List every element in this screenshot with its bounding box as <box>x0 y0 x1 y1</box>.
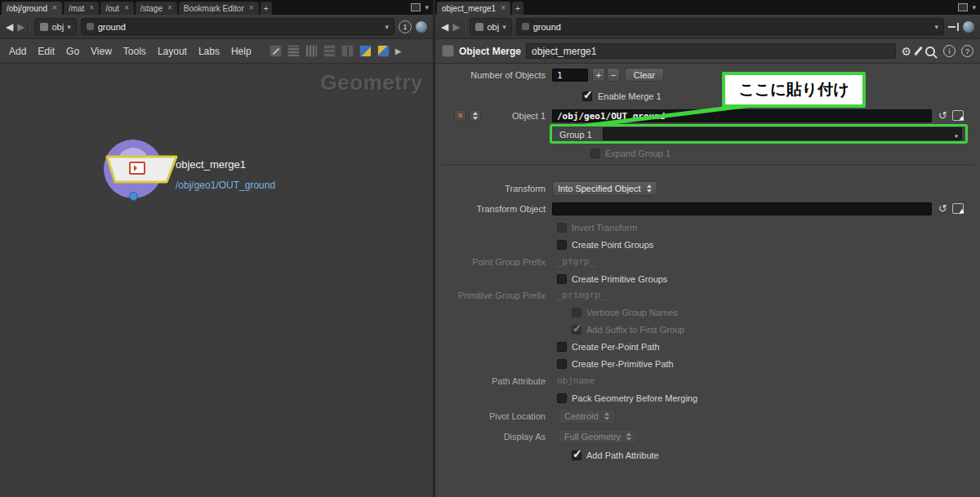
number-of-objects-field[interactable]: 1 <box>552 69 588 82</box>
pane-menu-icon[interactable]: ▾ <box>425 3 429 11</box>
create-per-primitive-path-checkbox[interactable] <box>557 359 567 369</box>
tab-object-merge1[interactable]: object_merge1× <box>437 2 510 15</box>
revert-icon[interactable]: ↺ <box>938 109 947 122</box>
context-jump-button[interactable]: obj ▾ <box>470 18 511 35</box>
pack-geometry-checkbox[interactable] <box>557 393 567 403</box>
group-field[interactable]: ▾ <box>603 127 962 140</box>
tab-stage[interactable]: /stage× <box>136 2 177 15</box>
object-merge-node[interactable]: object_merge1 /obj/geo1/OUT_ground <box>96 139 341 212</box>
color-palette-icon[interactable] <box>359 45 372 57</box>
grid-view-icon[interactable] <box>305 45 318 57</box>
close-icon[interactable]: × <box>249 4 254 12</box>
menu-go[interactable]: Go <box>66 46 79 57</box>
close-icon[interactable]: × <box>52 4 57 12</box>
enable-merge-checkbox[interactable] <box>582 91 592 101</box>
back-icon[interactable]: ◀ <box>441 21 448 33</box>
point-group-prefix-field[interactable]: _ptgrp_ <box>557 254 595 270</box>
remove-instance-button[interactable]: − <box>607 68 620 82</box>
pane-controls: ▾ <box>407 0 433 15</box>
menu-labs[interactable]: Labs <box>198 46 220 57</box>
verbose-group-names-checkbox[interactable] <box>572 308 581 317</box>
group-menu-icon[interactable]: ▾ <box>954 130 959 143</box>
revert-icon[interactable]: ↺ <box>938 202 947 215</box>
info-icon[interactable]: i <box>943 45 956 57</box>
up-down-icon <box>626 433 631 441</box>
add-instance-button[interactable]: + <box>592 68 605 82</box>
pivot-location-dropdown[interactable]: Centroid <box>559 409 615 424</box>
link-orb-icon[interactable] <box>963 21 974 33</box>
network-editor[interactable]: Geometry object_merge1 /obj/geo1/OUT_gro… <box>0 64 433 497</box>
forward-icon[interactable]: ▶ <box>17 21 24 33</box>
node-name-label: object_merge1 <box>176 158 246 171</box>
pane-maximize-icon[interactable] <box>411 3 421 11</box>
create-primitive-groups-checkbox[interactable] <box>557 274 567 284</box>
snapshot-badge[interactable]: 1 <box>399 20 412 33</box>
node-type-icon <box>87 23 94 30</box>
add-path-attribute-checkbox[interactable] <box>572 450 581 460</box>
invert-transform-checkbox[interactable] <box>557 223 567 233</box>
pane-menu-icon[interactable]: ▾ <box>972 3 976 11</box>
context-jump-button[interactable]: obj ▾ <box>34 18 76 35</box>
clear-button[interactable]: Clear <box>625 68 664 82</box>
tab-mat[interactable]: /mat× <box>64 2 99 15</box>
param-display-as: Display As Full Geometry <box>435 428 980 445</box>
menu-layout[interactable]: Layout <box>158 46 187 57</box>
tab-label: /stage <box>140 4 163 13</box>
primitive-group-prefix-field[interactable]: _primgrp_ <box>557 287 606 304</box>
close-icon[interactable]: × <box>124 4 129 12</box>
create-per-point-path-checkbox[interactable] <box>557 342 567 352</box>
chevron-down-icon[interactable]: ▾ <box>934 23 938 31</box>
help-icon[interactable]: ? <box>961 45 973 57</box>
pin-pane-icon[interactable] <box>948 22 959 32</box>
new-tab-button[interactable]: + <box>512 2 523 15</box>
param-add-suffix: Add Suffix to First Group <box>435 322 980 338</box>
param-label: Pivot Location <box>435 408 546 424</box>
transform-object-field[interactable] <box>552 202 932 215</box>
new-tab-button[interactable]: + <box>261 2 272 15</box>
menu-edit[interactable]: Edit <box>38 46 55 57</box>
network-path-field[interactable]: ground ▾ <box>81 18 394 35</box>
dropdown-value: Centroid <box>564 411 599 421</box>
close-icon[interactable]: × <box>167 4 172 12</box>
multitool-icon[interactable] <box>270 45 282 57</box>
search-icon[interactable] <box>925 47 935 56</box>
add-suffix-checkbox[interactable] <box>572 325 581 335</box>
transform-dropdown[interactable]: Into Specified Object <box>552 181 657 196</box>
node-name-field[interactable]: object_merge1 <box>526 43 896 59</box>
menu-help[interactable]: Help <box>231 46 252 57</box>
expand-group-checkbox[interactable] <box>590 149 600 158</box>
link-orb-icon[interactable] <box>416 21 427 33</box>
spreadsheet-icon[interactable] <box>287 45 300 57</box>
tab-bookmark-editor[interactable]: Bookmark Editor× <box>179 2 259 15</box>
split-pane-icon[interactable] <box>341 45 354 57</box>
node-chooser-icon[interactable] <box>952 110 964 121</box>
display-as-dropdown[interactable]: Full Geometry <box>559 429 637 444</box>
list-view-icon[interactable] <box>323 45 336 57</box>
chevron-down-icon: ▾ <box>502 23 506 31</box>
field-actions: ↺ <box>938 202 964 215</box>
pane-maximize-icon[interactable] <box>958 3 968 11</box>
brush-icon[interactable] <box>914 47 923 56</box>
menu-tools[interactable]: Tools <box>123 46 146 57</box>
close-icon[interactable]: × <box>89 4 94 12</box>
tab-obj-ground[interactable]: /obj/ground× <box>2 2 62 15</box>
node-chooser-icon[interactable] <box>952 203 964 214</box>
parameter-path-field[interactable]: ground ▾ <box>516 18 944 35</box>
param-expand-group: Expand Group 1 <box>435 145 980 162</box>
tab-out[interactable]: /out× <box>100 2 134 15</box>
shelf-tools-icon[interactable] <box>377 45 390 57</box>
gear-icon[interactable]: ⚙ <box>901 46 911 57</box>
path-attribute-field[interactable]: objname <box>557 373 595 389</box>
object-path-field[interactable]: /obj/geo1/OUT_ground <box>552 109 932 122</box>
toolbar-overflow-icon[interactable]: ▶ <box>395 47 402 55</box>
chevron-down-icon[interactable]: ▾ <box>385 23 389 31</box>
menu-add[interactable]: Add <box>9 46 26 57</box>
menu-view[interactable]: View <box>91 46 112 57</box>
param-label: Transform <box>435 180 546 197</box>
back-icon[interactable]: ◀ <box>6 21 13 33</box>
forward-icon[interactable]: ▶ <box>452 21 460 33</box>
left-path-bar: ◀ ▶ obj ▾ ground ▾ 1 <box>0 15 433 39</box>
create-point-groups-checkbox[interactable] <box>557 240 567 250</box>
close-icon[interactable]: × <box>501 4 506 12</box>
param-primitive-group-prefix: Primitive Group Prefix _primgrp_ <box>435 287 980 304</box>
